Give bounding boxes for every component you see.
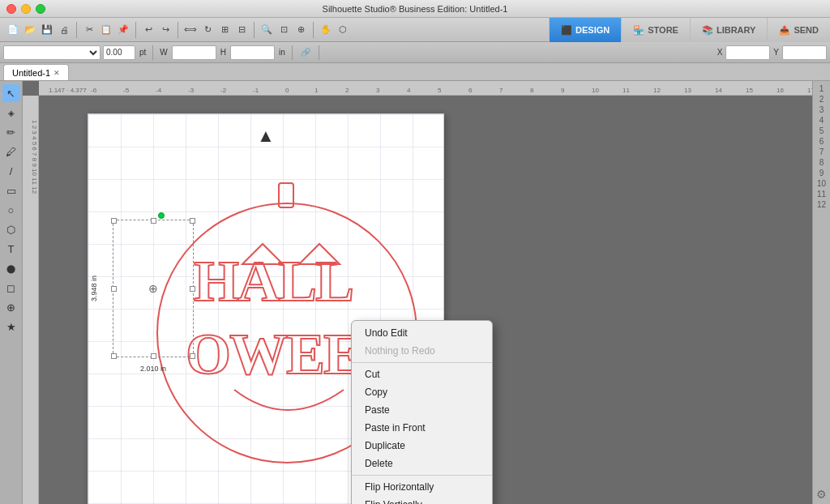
- eraser-tool[interactable]: ◻: [2, 279, 20, 297]
- zoom-tool[interactable]: ⊕: [2, 298, 20, 316]
- mirror-icon[interactable]: ⟺: [182, 22, 199, 38]
- cm-copy[interactable]: Copy: [352, 383, 492, 401]
- new-icon[interactable]: 📄: [5, 22, 21, 38]
- sel-handle-bm[interactable]: [151, 353, 156, 359]
- redo-icon[interactable]: ↪: [157, 22, 173, 38]
- nav-sep-1: [76, 22, 77, 38]
- fill-tool[interactable]: ⬤: [2, 259, 20, 277]
- cm-flip-vertically[interactable]: Flip Vertically: [352, 496, 492, 504]
- window-title: Silhouette Studio® Business Edition: Unt…: [323, 4, 508, 14]
- height-input[interactable]: 0.000: [230, 45, 275, 60]
- paste-icon[interactable]: 📌: [115, 22, 131, 38]
- minimize-button[interactable]: [21, 4, 31, 14]
- mode-send-button[interactable]: 📤 SEND: [767, 18, 830, 42]
- sel-handle-mr[interactable]: [190, 286, 195, 292]
- nav-sep-5: [313, 22, 314, 38]
- cm-cut[interactable]: Cut: [352, 365, 492, 383]
- print-icon[interactable]: 🖨: [56, 22, 72, 38]
- rp-7[interactable]: 7: [819, 147, 824, 156]
- nav-group-zoom: 🔍 ⊡ ⊕: [259, 22, 309, 38]
- window-controls[interactable]: [6, 4, 45, 14]
- font-size-input[interactable]: [103, 45, 135, 60]
- rotate-icon[interactable]: ↻: [199, 22, 216, 38]
- cm-flip-horizontally[interactable]: Flip Horizontally: [352, 478, 492, 496]
- rp-6[interactable]: 6: [819, 137, 824, 146]
- ruler-tick-0: 0: [285, 87, 289, 94]
- rp-9[interactable]: 9: [819, 169, 824, 177]
- send-icon: 📤: [779, 25, 790, 36]
- rp-12[interactable]: 12: [817, 200, 826, 209]
- zoom-fit-icon[interactable]: ⊡: [276, 22, 292, 38]
- ruler-tick-4: 4: [407, 87, 410, 94]
- ruler-tick-1: 1: [314, 87, 318, 94]
- cm-undo-edit[interactable]: Undo Edit: [352, 324, 492, 342]
- lock-aspect-icon[interactable]: 🔗: [297, 45, 314, 61]
- rp-3[interactable]: 3: [819, 105, 824, 114]
- y-coord-input[interactable]: 4.137: [782, 45, 827, 60]
- maximize-button[interactable]: [36, 4, 45, 14]
- sel-handle-tr[interactable]: [190, 218, 195, 224]
- node-tool[interactable]: ◈: [2, 104, 20, 122]
- select-tool[interactable]: ↖: [2, 84, 20, 102]
- mode-design-button[interactable]: ⬛ DESIGN: [549, 18, 621, 42]
- polygon-tool[interactable]: ⬡: [2, 220, 20, 238]
- text-tool[interactable]: T: [2, 240, 20, 258]
- ungroup-icon[interactable]: ⊟: [233, 22, 250, 38]
- zoom-in-icon[interactable]: ⊕: [293, 22, 309, 38]
- h-label: H: [219, 48, 228, 57]
- cm-duplicate[interactable]: Duplicate: [352, 437, 492, 455]
- zoom-out-icon[interactable]: 🔍: [259, 22, 275, 38]
- rp-5[interactable]: 5: [819, 126, 824, 135]
- ruler-tick-16: 16: [777, 87, 784, 94]
- rotation-handle[interactable]: [158, 212, 165, 219]
- open-icon[interactable]: 📂: [22, 22, 38, 38]
- gear-icon[interactable]: ⚙: [816, 488, 827, 501]
- rp-10[interactable]: 10: [817, 179, 826, 188]
- sel-handle-tm[interactable]: [151, 218, 156, 224]
- rp-11[interactable]: 11: [817, 190, 826, 199]
- cut-icon[interactable]: ✂: [81, 22, 97, 38]
- line-tool[interactable]: /: [2, 162, 20, 180]
- group-icon[interactable]: ⊞: [216, 22, 233, 38]
- sel-handle-tl[interactable]: [111, 218, 117, 224]
- node-edit-icon[interactable]: ⬡: [335, 22, 351, 38]
- width-input[interactable]: 0.000: [172, 45, 216, 60]
- tab-close-icon[interactable]: ✕: [53, 69, 60, 77]
- undo-icon[interactable]: ↩: [140, 22, 156, 38]
- cm-delete[interactable]: Delete: [352, 455, 492, 472]
- draw-tool[interactable]: ✏: [2, 123, 20, 141]
- rp-4[interactable]: 4: [819, 116, 824, 125]
- sel-handle-br[interactable]: [190, 353, 195, 359]
- x-coord-input[interactable]: 1.663: [725, 45, 770, 60]
- rp-2[interactable]: 2: [819, 95, 824, 104]
- mode-store-button[interactable]: 🏪 STORE: [621, 18, 690, 42]
- star-tool[interactable]: ★: [2, 318, 20, 335]
- cm-sep-2: [352, 475, 492, 476]
- hand-icon[interactable]: ✋: [318, 22, 334, 38]
- center-crosshair: ⊕: [148, 282, 158, 295]
- sel-handle-ml[interactable]: [111, 286, 117, 292]
- mode-send-label: SEND: [794, 25, 819, 35]
- mode-library-button[interactable]: 📚 LIBRARY: [690, 18, 767, 42]
- nav-group-edit: ✂ 📋 📌: [81, 22, 131, 38]
- context-menu: Undo Edit Nothing to Redo Cut Copy Paste…: [351, 320, 493, 504]
- save-icon[interactable]: 💾: [39, 22, 55, 38]
- left-toolbar: ↖ ◈ ✏ 🖊 / ▭ ○ ⬡ T ⬤ ◻ ⊕ ★: [0, 81, 23, 504]
- pen-tool[interactable]: 🖊: [2, 143, 20, 160]
- ruler-tick-3: 3: [376, 87, 379, 94]
- cm-paste-in-front[interactable]: Paste in Front: [352, 419, 492, 437]
- ruler-tick--4: -4: [156, 87, 161, 94]
- rect-tool[interactable]: ▭: [2, 182, 20, 199]
- font-select[interactable]: [3, 45, 101, 60]
- ellipse-tool[interactable]: ○: [2, 201, 20, 219]
- tab-untitled-1[interactable]: Untitled-1 ✕: [3, 64, 69, 80]
- cm-paste[interactable]: Paste: [352, 401, 492, 419]
- close-button[interactable]: [6, 4, 16, 14]
- copy-nav-icon[interactable]: 📋: [98, 22, 114, 38]
- sel-handle-bl[interactable]: [111, 353, 117, 359]
- rp-1[interactable]: 1: [819, 84, 824, 93]
- ruler-tick-5: 5: [438, 87, 441, 94]
- mode-store-label: STORE: [648, 25, 678, 35]
- ruler-tick--6: -6: [91, 87, 96, 94]
- rp-8[interactable]: 8: [819, 158, 824, 167]
